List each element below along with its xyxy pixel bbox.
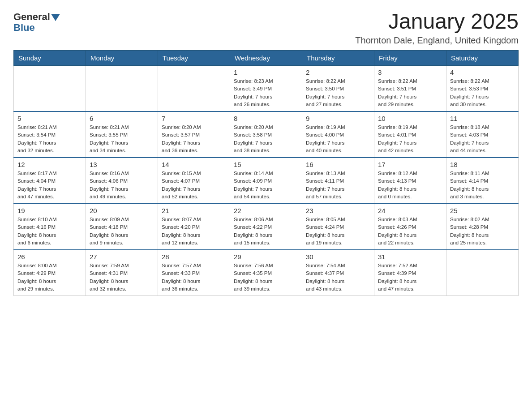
calendar-cell: 16Sunrise: 8:13 AM Sunset: 4:11 PM Dayli… bbox=[302, 158, 374, 204]
day-info: Sunrise: 8:22 AM Sunset: 3:51 PM Dayligh… bbox=[378, 77, 442, 108]
day-info: Sunrise: 7:59 AM Sunset: 4:31 PM Dayligh… bbox=[90, 262, 154, 293]
calendar-cell: 5Sunrise: 8:21 AM Sunset: 3:54 PM Daylig… bbox=[14, 111, 86, 158]
calendar-week-row: 26Sunrise: 8:00 AM Sunset: 4:29 PM Dayli… bbox=[14, 250, 519, 296]
calendar-week-row: 1Sunrise: 8:23 AM Sunset: 3:49 PM Daylig… bbox=[14, 66, 519, 112]
day-number: 15 bbox=[234, 161, 298, 168]
day-number: 2 bbox=[306, 68, 370, 76]
day-info: Sunrise: 8:16 AM Sunset: 4:06 PM Dayligh… bbox=[90, 170, 154, 201]
day-info: Sunrise: 8:07 AM Sunset: 4:20 PM Dayligh… bbox=[162, 216, 226, 247]
header-wednesday: Wednesday bbox=[230, 51, 302, 66]
calendar-cell: 30Sunrise: 7:54 AM Sunset: 4:37 PM Dayli… bbox=[302, 250, 374, 296]
day-number: 29 bbox=[234, 253, 298, 261]
day-number: 27 bbox=[90, 253, 154, 261]
day-number: 31 bbox=[378, 253, 442, 261]
calendar-cell: 13Sunrise: 8:16 AM Sunset: 4:06 PM Dayli… bbox=[86, 158, 158, 204]
day-info: Sunrise: 8:13 AM Sunset: 4:11 PM Dayligh… bbox=[306, 170, 370, 201]
calendar-cell: 10Sunrise: 8:19 AM Sunset: 4:01 PM Dayli… bbox=[374, 111, 446, 158]
day-info: Sunrise: 8:20 AM Sunset: 3:57 PM Dayligh… bbox=[162, 124, 226, 154]
day-info: Sunrise: 8:02 AM Sunset: 4:28 PM Dayligh… bbox=[450, 216, 515, 247]
day-number: 18 bbox=[450, 161, 515, 168]
header-monday: Monday bbox=[86, 51, 158, 66]
day-number: 1 bbox=[234, 68, 298, 76]
day-info: Sunrise: 8:11 AM Sunset: 4:14 PM Dayligh… bbox=[450, 170, 515, 201]
calendar-cell: 7Sunrise: 8:20 AM Sunset: 3:57 PM Daylig… bbox=[158, 111, 230, 158]
calendar-cell: 29Sunrise: 7:56 AM Sunset: 4:35 PM Dayli… bbox=[230, 250, 302, 296]
day-number: 12 bbox=[17, 161, 82, 168]
day-info: Sunrise: 8:10 AM Sunset: 4:16 PM Dayligh… bbox=[17, 216, 82, 247]
day-info: Sunrise: 8:22 AM Sunset: 3:50 PM Dayligh… bbox=[306, 77, 370, 108]
logo-blue-text: Blue bbox=[13, 22, 35, 34]
calendar-cell: 11Sunrise: 8:18 AM Sunset: 4:03 PM Dayli… bbox=[446, 111, 519, 158]
calendar-cell: 14Sunrise: 8:15 AM Sunset: 4:07 PM Dayli… bbox=[158, 158, 230, 204]
day-info: Sunrise: 8:20 AM Sunset: 3:58 PM Dayligh… bbox=[234, 124, 298, 154]
day-info: Sunrise: 8:17 AM Sunset: 4:04 PM Dayligh… bbox=[17, 170, 82, 201]
calendar-cell: 18Sunrise: 8:11 AM Sunset: 4:14 PM Dayli… bbox=[446, 158, 519, 204]
day-info: Sunrise: 7:57 AM Sunset: 4:33 PM Dayligh… bbox=[162, 262, 226, 293]
logo-general-text: General bbox=[13, 11, 50, 23]
calendar-cell: 22Sunrise: 8:06 AM Sunset: 4:22 PM Dayli… bbox=[230, 204, 302, 250]
day-info: Sunrise: 8:12 AM Sunset: 4:13 PM Dayligh… bbox=[378, 170, 442, 201]
day-info: Sunrise: 8:18 AM Sunset: 4:03 PM Dayligh… bbox=[450, 124, 515, 154]
calendar-table: Sunday Monday Tuesday Wednesday Thursday… bbox=[13, 50, 519, 296]
calendar-cell: 17Sunrise: 8:12 AM Sunset: 4:13 PM Dayli… bbox=[374, 158, 446, 204]
month-title: January 2025 bbox=[355, 9, 519, 34]
day-info: Sunrise: 8:14 AM Sunset: 4:09 PM Dayligh… bbox=[234, 170, 298, 201]
calendar-week-row: 12Sunrise: 8:17 AM Sunset: 4:04 PM Dayli… bbox=[14, 158, 519, 204]
day-number: 16 bbox=[306, 161, 370, 168]
day-info: Sunrise: 8:19 AM Sunset: 4:01 PM Dayligh… bbox=[378, 124, 442, 154]
day-info: Sunrise: 8:19 AM Sunset: 4:00 PM Dayligh… bbox=[306, 124, 370, 154]
day-info: Sunrise: 8:23 AM Sunset: 3:49 PM Dayligh… bbox=[234, 77, 298, 108]
day-info: Sunrise: 8:15 AM Sunset: 4:07 PM Dayligh… bbox=[162, 170, 226, 201]
day-info: Sunrise: 8:22 AM Sunset: 3:53 PM Dayligh… bbox=[450, 77, 515, 108]
day-number: 8 bbox=[234, 115, 298, 122]
day-number: 3 bbox=[378, 68, 442, 76]
day-info: Sunrise: 7:52 AM Sunset: 4:39 PM Dayligh… bbox=[378, 262, 442, 293]
calendar-cell: 19Sunrise: 8:10 AM Sunset: 4:16 PM Dayli… bbox=[14, 204, 86, 250]
day-number: 6 bbox=[90, 115, 154, 122]
calendar-cell: 12Sunrise: 8:17 AM Sunset: 4:04 PM Dayli… bbox=[14, 158, 86, 204]
calendar-cell: 15Sunrise: 8:14 AM Sunset: 4:09 PM Dayli… bbox=[230, 158, 302, 204]
calendar-cell: 31Sunrise: 7:52 AM Sunset: 4:39 PM Dayli… bbox=[374, 250, 446, 296]
day-number: 19 bbox=[17, 207, 82, 214]
calendar-cell: 26Sunrise: 8:00 AM Sunset: 4:29 PM Dayli… bbox=[14, 250, 86, 296]
day-info: Sunrise: 8:06 AM Sunset: 4:22 PM Dayligh… bbox=[234, 216, 298, 247]
logo-triangle-icon bbox=[51, 14, 60, 21]
day-number: 11 bbox=[450, 115, 515, 122]
day-info: Sunrise: 7:56 AM Sunset: 4:35 PM Dayligh… bbox=[234, 262, 298, 293]
day-number: 30 bbox=[306, 253, 370, 261]
day-info: Sunrise: 8:05 AM Sunset: 4:24 PM Dayligh… bbox=[306, 216, 370, 247]
day-number: 7 bbox=[162, 115, 226, 122]
logo: General Blue bbox=[13, 9, 60, 34]
calendar-cell: 2Sunrise: 8:22 AM Sunset: 3:50 PM Daylig… bbox=[302, 66, 374, 112]
day-info: Sunrise: 8:21 AM Sunset: 3:54 PM Dayligh… bbox=[17, 124, 82, 154]
header: General Blue January 2025 Thornton Dale,… bbox=[13, 9, 519, 46]
header-friday: Friday bbox=[374, 51, 446, 66]
calendar-cell bbox=[14, 66, 86, 112]
day-number: 21 bbox=[162, 207, 226, 214]
day-info: Sunrise: 8:21 AM Sunset: 3:55 PM Dayligh… bbox=[90, 124, 154, 154]
calendar-week-row: 5Sunrise: 8:21 AM Sunset: 3:54 PM Daylig… bbox=[14, 111, 519, 158]
calendar-cell: 1Sunrise: 8:23 AM Sunset: 3:49 PM Daylig… bbox=[230, 66, 302, 112]
day-number: 20 bbox=[90, 207, 154, 214]
day-number: 17 bbox=[378, 161, 442, 168]
day-number: 4 bbox=[450, 68, 515, 76]
calendar-cell: 21Sunrise: 8:07 AM Sunset: 4:20 PM Dayli… bbox=[158, 204, 230, 250]
calendar-cell: 27Sunrise: 7:59 AM Sunset: 4:31 PM Dayli… bbox=[86, 250, 158, 296]
calendar-cell: 20Sunrise: 8:09 AM Sunset: 4:18 PM Dayli… bbox=[86, 204, 158, 250]
calendar-cell: 9Sunrise: 8:19 AM Sunset: 4:00 PM Daylig… bbox=[302, 111, 374, 158]
day-number: 28 bbox=[162, 253, 226, 261]
day-number: 14 bbox=[162, 161, 226, 168]
day-info: Sunrise: 8:09 AM Sunset: 4:18 PM Dayligh… bbox=[90, 216, 154, 247]
day-number: 23 bbox=[306, 207, 370, 214]
day-number: 10 bbox=[378, 115, 442, 122]
title-area: January 2025 Thornton Dale, England, Uni… bbox=[355, 9, 519, 46]
calendar-cell bbox=[86, 66, 158, 112]
calendar-cell: 4Sunrise: 8:22 AM Sunset: 3:53 PM Daylig… bbox=[446, 66, 519, 112]
calendar-cell: 23Sunrise: 8:05 AM Sunset: 4:24 PM Dayli… bbox=[302, 204, 374, 250]
calendar-week-row: 19Sunrise: 8:10 AM Sunset: 4:16 PM Dayli… bbox=[14, 204, 519, 250]
calendar-cell: 3Sunrise: 8:22 AM Sunset: 3:51 PM Daylig… bbox=[374, 66, 446, 112]
calendar-cell bbox=[446, 250, 519, 296]
calendar-cell: 28Sunrise: 7:57 AM Sunset: 4:33 PM Dayli… bbox=[158, 250, 230, 296]
day-info: Sunrise: 8:03 AM Sunset: 4:26 PM Dayligh… bbox=[378, 216, 442, 247]
calendar-cell: 8Sunrise: 8:20 AM Sunset: 3:58 PM Daylig… bbox=[230, 111, 302, 158]
